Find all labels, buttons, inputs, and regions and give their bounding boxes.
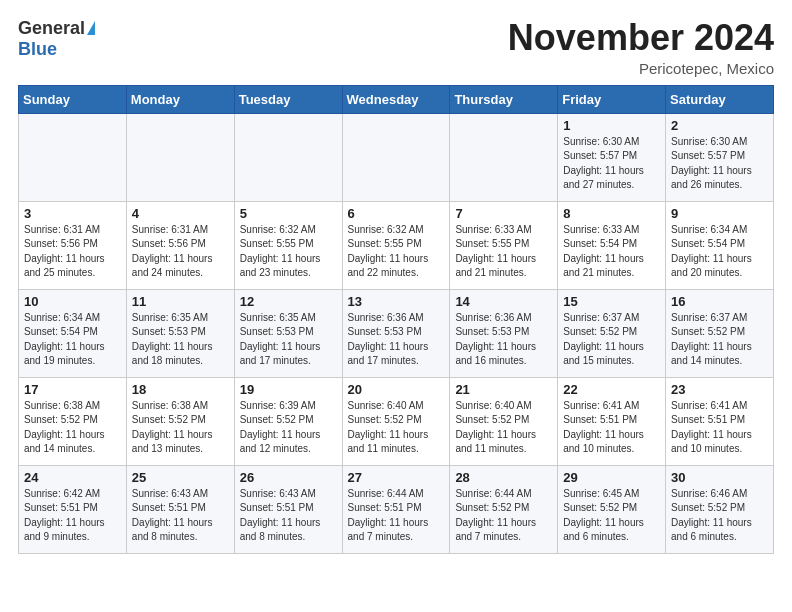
- calendar-week-row: 17Sunrise: 6:38 AMSunset: 5:52 PMDayligh…: [19, 377, 774, 465]
- header: General Blue November 2024 Pericotepec, …: [18, 18, 774, 77]
- day-number: 1: [563, 118, 660, 133]
- calendar-day-header: Monday: [126, 85, 234, 113]
- calendar-cell: 11Sunrise: 6:35 AMSunset: 5:53 PMDayligh…: [126, 289, 234, 377]
- calendar-day-header: Wednesday: [342, 85, 450, 113]
- day-info: Sunrise: 6:43 AMSunset: 5:51 PMDaylight:…: [240, 487, 337, 545]
- day-info: Sunrise: 6:44 AMSunset: 5:52 PMDaylight:…: [455, 487, 552, 545]
- day-number: 29: [563, 470, 660, 485]
- calendar-cell: 6Sunrise: 6:32 AMSunset: 5:55 PMDaylight…: [342, 201, 450, 289]
- day-info: Sunrise: 6:40 AMSunset: 5:52 PMDaylight:…: [348, 399, 445, 457]
- calendar-week-row: 1Sunrise: 6:30 AMSunset: 5:57 PMDaylight…: [19, 113, 774, 201]
- calendar-cell: [126, 113, 234, 201]
- day-info: Sunrise: 6:34 AMSunset: 5:54 PMDaylight:…: [671, 223, 768, 281]
- calendar-cell: [19, 113, 127, 201]
- calendar-cell: 7Sunrise: 6:33 AMSunset: 5:55 PMDaylight…: [450, 201, 558, 289]
- calendar-cell: 1Sunrise: 6:30 AMSunset: 5:57 PMDaylight…: [558, 113, 666, 201]
- logo-blue-text: Blue: [18, 39, 57, 60]
- day-number: 22: [563, 382, 660, 397]
- month-title: November 2024: [508, 18, 774, 58]
- day-number: 10: [24, 294, 121, 309]
- logo-triangle-icon: [87, 21, 95, 35]
- day-info: Sunrise: 6:35 AMSunset: 5:53 PMDaylight:…: [240, 311, 337, 369]
- day-number: 21: [455, 382, 552, 397]
- calendar-cell: 29Sunrise: 6:45 AMSunset: 5:52 PMDayligh…: [558, 465, 666, 553]
- calendar-cell: 25Sunrise: 6:43 AMSunset: 5:51 PMDayligh…: [126, 465, 234, 553]
- calendar-cell: [450, 113, 558, 201]
- day-number: 7: [455, 206, 552, 221]
- calendar-cell: 28Sunrise: 6:44 AMSunset: 5:52 PMDayligh…: [450, 465, 558, 553]
- calendar-cell: 30Sunrise: 6:46 AMSunset: 5:52 PMDayligh…: [666, 465, 774, 553]
- day-info: Sunrise: 6:33 AMSunset: 5:54 PMDaylight:…: [563, 223, 660, 281]
- day-info: Sunrise: 6:40 AMSunset: 5:52 PMDaylight:…: [455, 399, 552, 457]
- day-info: Sunrise: 6:34 AMSunset: 5:54 PMDaylight:…: [24, 311, 121, 369]
- day-number: 15: [563, 294, 660, 309]
- calendar-cell: 15Sunrise: 6:37 AMSunset: 5:52 PMDayligh…: [558, 289, 666, 377]
- calendar-cell: 10Sunrise: 6:34 AMSunset: 5:54 PMDayligh…: [19, 289, 127, 377]
- calendar-day-header: Sunday: [19, 85, 127, 113]
- day-number: 16: [671, 294, 768, 309]
- day-number: 9: [671, 206, 768, 221]
- day-info: Sunrise: 6:31 AMSunset: 5:56 PMDaylight:…: [24, 223, 121, 281]
- day-info: Sunrise: 6:33 AMSunset: 5:55 PMDaylight:…: [455, 223, 552, 281]
- calendar-cell: 4Sunrise: 6:31 AMSunset: 5:56 PMDaylight…: [126, 201, 234, 289]
- calendar-cell: 22Sunrise: 6:41 AMSunset: 5:51 PMDayligh…: [558, 377, 666, 465]
- calendar-week-row: 3Sunrise: 6:31 AMSunset: 5:56 PMDaylight…: [19, 201, 774, 289]
- day-info: Sunrise: 6:32 AMSunset: 5:55 PMDaylight:…: [348, 223, 445, 281]
- calendar-cell: 24Sunrise: 6:42 AMSunset: 5:51 PMDayligh…: [19, 465, 127, 553]
- location-subtitle: Pericotepec, Mexico: [508, 60, 774, 77]
- calendar-cell: [342, 113, 450, 201]
- day-number: 13: [348, 294, 445, 309]
- day-number: 12: [240, 294, 337, 309]
- calendar-cell: 5Sunrise: 6:32 AMSunset: 5:55 PMDaylight…: [234, 201, 342, 289]
- calendar-cell: 26Sunrise: 6:43 AMSunset: 5:51 PMDayligh…: [234, 465, 342, 553]
- day-info: Sunrise: 6:36 AMSunset: 5:53 PMDaylight:…: [348, 311, 445, 369]
- day-info: Sunrise: 6:31 AMSunset: 5:56 PMDaylight:…: [132, 223, 229, 281]
- day-number: 27: [348, 470, 445, 485]
- day-info: Sunrise: 6:32 AMSunset: 5:55 PMDaylight:…: [240, 223, 337, 281]
- day-info: Sunrise: 6:46 AMSunset: 5:52 PMDaylight:…: [671, 487, 768, 545]
- calendar-day-header: Thursday: [450, 85, 558, 113]
- calendar-cell: [234, 113, 342, 201]
- day-number: 25: [132, 470, 229, 485]
- day-number: 24: [24, 470, 121, 485]
- day-info: Sunrise: 6:30 AMSunset: 5:57 PMDaylight:…: [563, 135, 660, 193]
- calendar-cell: 12Sunrise: 6:35 AMSunset: 5:53 PMDayligh…: [234, 289, 342, 377]
- calendar-cell: 8Sunrise: 6:33 AMSunset: 5:54 PMDaylight…: [558, 201, 666, 289]
- day-info: Sunrise: 6:42 AMSunset: 5:51 PMDaylight:…: [24, 487, 121, 545]
- day-info: Sunrise: 6:37 AMSunset: 5:52 PMDaylight:…: [563, 311, 660, 369]
- day-number: 17: [24, 382, 121, 397]
- calendar-cell: 14Sunrise: 6:36 AMSunset: 5:53 PMDayligh…: [450, 289, 558, 377]
- day-info: Sunrise: 6:36 AMSunset: 5:53 PMDaylight:…: [455, 311, 552, 369]
- day-info: Sunrise: 6:37 AMSunset: 5:52 PMDaylight:…: [671, 311, 768, 369]
- day-info: Sunrise: 6:41 AMSunset: 5:51 PMDaylight:…: [563, 399, 660, 457]
- logo: General Blue: [18, 18, 95, 60]
- day-number: 23: [671, 382, 768, 397]
- day-number: 11: [132, 294, 229, 309]
- calendar-table: SundayMondayTuesdayWednesdayThursdayFrid…: [18, 85, 774, 554]
- calendar-cell: 3Sunrise: 6:31 AMSunset: 5:56 PMDaylight…: [19, 201, 127, 289]
- day-info: Sunrise: 6:44 AMSunset: 5:51 PMDaylight:…: [348, 487, 445, 545]
- calendar-day-header: Tuesday: [234, 85, 342, 113]
- title-block: November 2024 Pericotepec, Mexico: [508, 18, 774, 77]
- day-info: Sunrise: 6:43 AMSunset: 5:51 PMDaylight:…: [132, 487, 229, 545]
- day-info: Sunrise: 6:35 AMSunset: 5:53 PMDaylight:…: [132, 311, 229, 369]
- calendar-cell: 13Sunrise: 6:36 AMSunset: 5:53 PMDayligh…: [342, 289, 450, 377]
- calendar-cell: 21Sunrise: 6:40 AMSunset: 5:52 PMDayligh…: [450, 377, 558, 465]
- calendar-cell: 17Sunrise: 6:38 AMSunset: 5:52 PMDayligh…: [19, 377, 127, 465]
- day-number: 2: [671, 118, 768, 133]
- calendar-day-header: Saturday: [666, 85, 774, 113]
- calendar-cell: 16Sunrise: 6:37 AMSunset: 5:52 PMDayligh…: [666, 289, 774, 377]
- day-number: 20: [348, 382, 445, 397]
- calendar-week-row: 24Sunrise: 6:42 AMSunset: 5:51 PMDayligh…: [19, 465, 774, 553]
- day-number: 26: [240, 470, 337, 485]
- day-number: 4: [132, 206, 229, 221]
- calendar-cell: 23Sunrise: 6:41 AMSunset: 5:51 PMDayligh…: [666, 377, 774, 465]
- calendar-header-row: SundayMondayTuesdayWednesdayThursdayFrid…: [19, 85, 774, 113]
- day-info: Sunrise: 6:38 AMSunset: 5:52 PMDaylight:…: [132, 399, 229, 457]
- calendar-cell: 2Sunrise: 6:30 AMSunset: 5:57 PMDaylight…: [666, 113, 774, 201]
- calendar-cell: 27Sunrise: 6:44 AMSunset: 5:51 PMDayligh…: [342, 465, 450, 553]
- day-number: 5: [240, 206, 337, 221]
- day-info: Sunrise: 6:30 AMSunset: 5:57 PMDaylight:…: [671, 135, 768, 193]
- day-info: Sunrise: 6:39 AMSunset: 5:52 PMDaylight:…: [240, 399, 337, 457]
- page: General Blue November 2024 Pericotepec, …: [0, 0, 792, 564]
